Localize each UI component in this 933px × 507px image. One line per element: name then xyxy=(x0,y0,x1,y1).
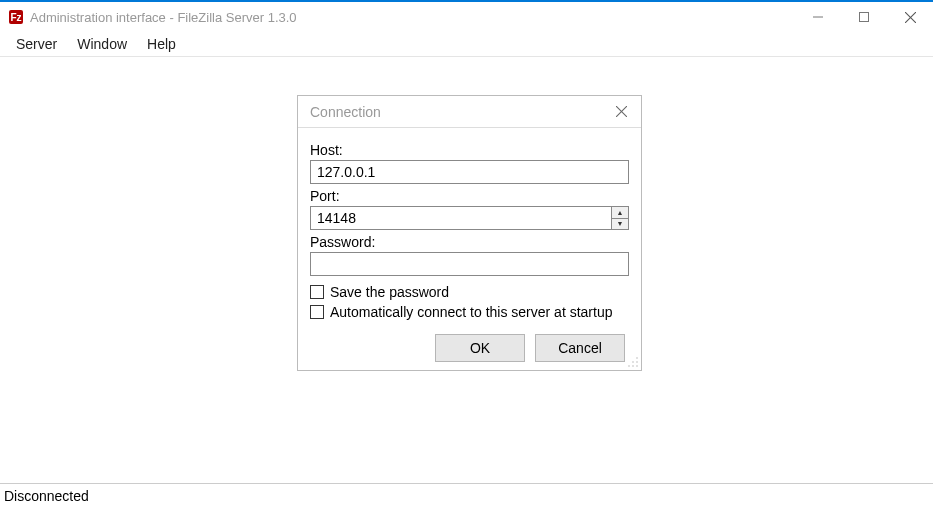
svg-rect-3 xyxy=(860,13,869,22)
password-label: Password: xyxy=(310,234,629,250)
dialog-close-button[interactable] xyxy=(609,100,633,124)
cancel-button[interactable]: Cancel xyxy=(535,334,625,362)
host-input[interactable] xyxy=(310,160,629,184)
port-label: Port: xyxy=(310,188,629,204)
host-label: Host: xyxy=(310,142,629,158)
svg-text:Fz: Fz xyxy=(10,12,21,23)
ok-button[interactable]: OK xyxy=(435,334,525,362)
svg-point-8 xyxy=(636,357,638,359)
save-password-checkbox[interactable] xyxy=(310,285,324,299)
auto-connect-label: Automatically connect to this server at … xyxy=(330,304,612,320)
window-titlebar: Fz Administration interface - FileZilla … xyxy=(0,2,933,32)
window-controls xyxy=(795,2,933,32)
status-bar: Disconnected xyxy=(0,483,933,507)
port-spin-up[interactable]: ▲ xyxy=(612,207,628,219)
connection-dialog: Connection Host: Port: ▲ ▼ Password: Sav… xyxy=(297,95,642,371)
menubar: Server Window Help xyxy=(0,32,933,57)
resize-grip-icon[interactable] xyxy=(627,356,639,368)
port-spin-down[interactable]: ▼ xyxy=(612,219,628,230)
minimize-button[interactable] xyxy=(795,2,841,32)
status-text: Disconnected xyxy=(4,488,89,504)
dialog-titlebar: Connection xyxy=(298,96,641,128)
port-input[interactable] xyxy=(310,206,629,230)
svg-point-13 xyxy=(628,365,630,367)
menu-server[interactable]: Server xyxy=(6,33,67,55)
svg-point-12 xyxy=(632,365,634,367)
maximize-button[interactable] xyxy=(841,2,887,32)
dialog-body: Host: Port: ▲ ▼ Password: Save the passw… xyxy=(298,128,641,370)
svg-point-9 xyxy=(636,361,638,363)
menu-window[interactable]: Window xyxy=(67,33,137,55)
menu-help[interactable]: Help xyxy=(137,33,186,55)
window-title: Administration interface - FileZilla Ser… xyxy=(30,10,297,25)
svg-point-11 xyxy=(636,365,638,367)
main-area: Connection Host: Port: ▲ ▼ Password: Sav… xyxy=(0,57,933,481)
port-spinner: ▲ ▼ xyxy=(611,207,628,229)
dialog-title: Connection xyxy=(310,104,609,120)
close-button[interactable] xyxy=(887,2,933,32)
password-input[interactable] xyxy=(310,252,629,276)
app-icon: Fz xyxy=(8,9,24,25)
svg-point-10 xyxy=(632,361,634,363)
auto-connect-checkbox[interactable] xyxy=(310,305,324,319)
save-password-label: Save the password xyxy=(330,284,449,300)
